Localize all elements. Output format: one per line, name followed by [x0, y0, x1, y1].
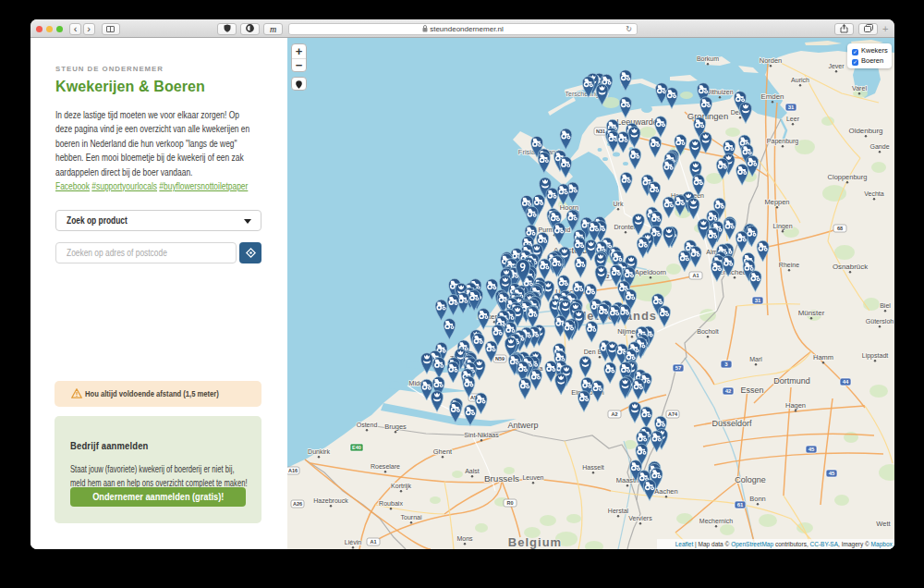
svg-text:68: 68 — [837, 226, 843, 231]
svg-text:Tournai: Tournai — [400, 514, 421, 521]
svg-text:E40: E40 — [352, 445, 361, 450]
svg-text:Mechernich: Mechernich — [699, 518, 733, 524]
svg-text:A1: A1 — [370, 539, 376, 545]
svg-text:Papenburg: Papenburg — [767, 138, 798, 145]
svg-text:A74: A74 — [668, 411, 678, 417]
svg-text:A2: A2 — [611, 411, 617, 417]
svg-text:Lingen: Lingen — [772, 223, 792, 230]
svg-text:Verviers: Verviers — [628, 515, 652, 521]
svg-text:Varel: Varel — [852, 85, 867, 92]
svg-text:Bonn: Bonn — [749, 495, 765, 503]
svg-text:Norden: Norden — [760, 56, 783, 65]
svg-text:Biel: Biel — [880, 302, 891, 309]
svg-text:Belgium: Belgium — [508, 535, 562, 549]
svg-text:Liévin: Liévin — [345, 539, 361, 545]
svg-text:Emden: Emden — [760, 92, 784, 101]
svg-text:Borkum: Borkum — [697, 55, 719, 62]
svg-text:A16: A16 — [288, 468, 298, 473]
svg-text:Aachen: Aachen — [654, 487, 677, 496]
svg-text:Brussels: Brussels — [484, 473, 519, 484]
svg-text:Jever: Jever — [828, 63, 845, 69]
svg-text:Marl: Marl — [749, 356, 762, 362]
svg-text:31: 31 — [788, 104, 795, 110]
svg-text:Leer: Leer — [786, 116, 800, 122]
svg-text:44: 44 — [843, 379, 849, 385]
svg-text:Urk: Urk — [614, 201, 624, 207]
svg-text:Ghent: Ghent — [433, 447, 453, 456]
svg-text:Uithuizen: Uithuizen — [706, 89, 733, 95]
svg-text:Gande: Gande — [869, 143, 889, 150]
svg-text:Bocholt: Bocholt — [697, 328, 718, 335]
svg-text:Düsseldorf: Düsseldorf — [711, 419, 752, 428]
svg-text:Apeldoorn: Apeldoorn — [635, 268, 666, 276]
svg-text:A1: A1 — [692, 273, 699, 278]
svg-text:Mons: Mons — [456, 535, 473, 542]
svg-text:Lippstadt: Lippstadt — [862, 352, 889, 360]
svg-text:R0: R0 — [506, 500, 513, 506]
svg-text:Dortmund: Dortmund — [773, 376, 810, 386]
svg-text:Vechta: Vechta — [864, 190, 884, 197]
svg-text:Essen: Essen — [740, 386, 763, 395]
svg-text:Rheine: Rheine — [779, 262, 799, 268]
svg-text:Antwerp: Antwerp — [507, 421, 538, 430]
svg-text:Sint-Niklaas: Sint-Niklaas — [464, 432, 499, 438]
svg-text:Gütersloh: Gütersloh — [866, 318, 894, 325]
svg-text:Roubaix: Roubaix — [379, 500, 403, 507]
svg-text:45: 45 — [808, 447, 815, 452]
svg-text:Aurich: Aurich — [791, 77, 809, 83]
svg-text:Cloppenburg: Cloppenburg — [828, 173, 868, 181]
svg-text:42: 42 — [725, 388, 732, 394]
svg-text:Wett: Wett — [876, 520, 891, 528]
svg-text:61: 61 — [737, 502, 744, 508]
svg-text:Herstal: Herstal — [608, 508, 629, 514]
svg-text:Meppen: Meppen — [765, 198, 790, 206]
svg-text:Hagen: Hagen — [785, 401, 806, 410]
svg-text:Ostend: Ostend — [357, 422, 378, 428]
svg-text:Hamm: Hamm — [813, 353, 833, 361]
svg-text:Osnabrück: Osnabrück — [833, 263, 868, 271]
svg-text:A26: A26 — [293, 501, 302, 507]
svg-text:31: 31 — [755, 298, 761, 303]
svg-text:N59: N59 — [495, 356, 505, 361]
svg-text:Münster: Münster — [798, 309, 825, 317]
svg-text:Aalst: Aalst — [465, 468, 480, 474]
svg-text:45: 45 — [829, 471, 835, 476]
svg-text:Kortrijk: Kortrijk — [391, 483, 411, 490]
svg-text:57: 57 — [675, 365, 682, 371]
svg-text:Bruges: Bruges — [384, 423, 407, 431]
svg-text:Hasselt: Hasselt — [582, 464, 603, 471]
svg-text:N31: N31 — [596, 129, 605, 134]
svg-text:Oldenburg: Oldenburg — [849, 127, 883, 135]
svg-text:Hazebrouck: Hazebrouck — [313, 497, 348, 504]
svg-text:Cologne: Cologne — [735, 475, 766, 484]
svg-text:Leuven: Leuven — [522, 474, 543, 481]
svg-text:Roeselare: Roeselare — [371, 463, 400, 470]
svg-text:Dunkirk: Dunkirk — [308, 448, 330, 455]
